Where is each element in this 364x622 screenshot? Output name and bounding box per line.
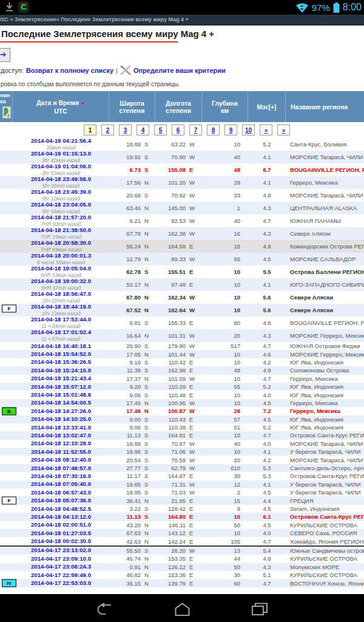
longitude-hemisphere: E — [189, 392, 198, 398]
event-date-link[interactable]: 2014-04-18 15:36:26.5 — [13, 359, 109, 365]
table-row: IV2014-04-17 22:53:03.036.15N139.79E604.… — [0, 579, 364, 587]
magnitude-cell: 6.7 — [248, 166, 286, 173]
event-date-link[interactable]: 2014-04-18 21:38:50.0 — [13, 227, 109, 233]
event-date-link[interactable]: 2014-04-18 01:27:03.5 — [13, 530, 109, 536]
event-date-link[interactable]: 2014-04-18 04:13:12.0 — [13, 514, 109, 520]
event-date-link[interactable]: 2014-04-19 01:15:13.0 — [13, 151, 109, 157]
magnitude-cell: 4.1 — [248, 154, 286, 160]
event-date-link[interactable]: 2014-04-18 17:53:44.0 — [13, 316, 109, 323]
depth-cell: 10 — [202, 268, 248, 275]
event-date-link[interactable]: 2014-04-18 15:07:12.0 — [13, 384, 109, 390]
table-row: 2014-04-18 15:54:52.017.05N101.44W104.6М… — [0, 350, 364, 358]
depth-cell: 26 — [202, 408, 248, 414]
event-date-link[interactable]: 2014-04-18 20:00:01.3 — [13, 253, 109, 259]
event-date-link[interactable]: 2014-04-18 23:45:39.0 — [13, 189, 109, 195]
event-date-link[interactable]: 2014-04-18 04:48:52.5 — [13, 506, 109, 512]
event-date-link[interactable]: 2014-04-19 01:04:06.0 — [13, 163, 109, 169]
back-arrow-button[interactable]: ➜ — [0, 48, 10, 62]
event-date-link[interactable]: 2014-04-17 22:53:03.0 — [13, 580, 109, 586]
event-date-link[interactable]: 2014-04-18 02:00:51.0 — [13, 522, 109, 528]
page-10[interactable]: 10 — [242, 125, 255, 135]
depth-cell: 10 — [202, 432, 248, 439]
event-date-link[interactable]: 2014-04-18 18:56:47.0 — [13, 291, 109, 297]
criteria-link[interactable]: Определите ваши критерии — [133, 67, 226, 74]
event-date-link[interactable]: 2014-04-18 06:57:43.0 — [13, 490, 109, 496]
event-date-link[interactable]: 2014-04-18 17:01:02.4 — [13, 329, 109, 335]
home-icon[interactable] — [174, 603, 190, 616]
header-longitude[interactable]: Долгота степени — [155, 91, 202, 122]
table-row: 2014-04-19 01:15:13.03hr 42мин назад19.9… — [0, 151, 364, 163]
longitude-hemisphere: E — [189, 320, 198, 326]
event-date-link[interactable]: 2014-04-17 23:13:02.0 — [13, 547, 109, 553]
magnitude-cell: 4.7 — [248, 343, 286, 349]
event-date-link[interactable]: 2014-04-17 22:59:49.0 — [13, 572, 109, 578]
back-icon[interactable] — [96, 603, 113, 616]
event-date-link[interactable]: 2014-04-18 18:44:19.0 — [13, 304, 109, 310]
page-next[interactable]: » — [260, 125, 272, 135]
event-date-link[interactable]: 2014-04-18 15:01:48.6 — [13, 392, 109, 398]
event-date-link[interactable]: 2014-04-17 23:09:10.0 — [13, 556, 109, 562]
page-5[interactable]: 5 — [154, 125, 167, 135]
event-date-link[interactable]: 2014-04-19 04:21:56.4 — [13, 138, 109, 144]
page-4[interactable]: 4 — [136, 125, 149, 135]
page-3[interactable]: 3 — [119, 125, 132, 135]
event-date-link[interactable]: 2014-04-18 15:54:52.0 — [13, 351, 109, 357]
full-list-link[interactable]: Возврат к полному списку — [26, 67, 113, 74]
event-date-link[interactable]: 2014-04-18 05:07:36.0 — [13, 497, 109, 504]
longitude-value: 70.90 — [157, 154, 186, 160]
event-date-link[interactable]: 2014-04-18 07:46:57.0 — [13, 465, 109, 471]
header-magnitude[interactable]: Мэг[+] — [248, 91, 286, 122]
depth-cell: 20 — [202, 457, 248, 463]
event-date-link[interactable]: 2014-04-18 20:58:30.0 — [13, 240, 109, 246]
marker-cell — [0, 329, 13, 342]
breadcrumb: MSC » Землетрясение» Последние Землетряс… — [0, 16, 189, 22]
header-date[interactable]: Дата и Время▼ UTC — [13, 91, 109, 122]
page-7[interactable]: 7 — [189, 125, 202, 135]
event-date-link[interactable]: 2014-04-18 21:57:20.0 — [13, 214, 109, 220]
page-8[interactable]: 8 — [207, 125, 220, 135]
event-date-link[interactable]: 2014-04-18 14:27:26.0 — [13, 408, 109, 414]
latitude-hemisphere: N — [144, 332, 153, 339]
event-date-link[interactable]: 2014-04-18 13:02:47.0 — [13, 432, 109, 439]
event-date-link[interactable]: 2014-04-18 07:30:16.0 — [13, 473, 109, 479]
depth-cell: 13 — [202, 547, 248, 554]
event-date-link[interactable]: 2014-04-18 19:05:04.0 — [13, 265, 109, 272]
event-date-link[interactable]: 2014-04-18 08:12:40.0 — [13, 457, 109, 463]
longitude-value: 126.12 — [157, 564, 186, 570]
event-date-link[interactable]: 2014-04-18 13:33:41.0 — [13, 425, 109, 431]
header-latitude[interactable]: Широта степени — [109, 91, 155, 122]
event-date-link[interactable]: 2014-04-18 12:10:28.0 — [13, 440, 109, 446]
event-date-link[interactable]: 2014-04-18 00:02:30.0 — [13, 538, 109, 544]
event-date-link[interactable]: 2014-04-18 11:52:55.0 — [13, 449, 109, 455]
event-date-link[interactable]: 2014-04-18 15:21:43.4 — [13, 375, 109, 381]
longitude-value: 153.36 — [157, 572, 186, 578]
header-depth[interactable]: Глубина км — [202, 91, 248, 122]
event-date-link[interactable]: 2014-04-18 16:40:18.1 — [13, 343, 109, 349]
page-last[interactable]: » — [277, 125, 290, 135]
event-date-link[interactable]: 2014-04-18 19:00:32.0 — [13, 278, 109, 284]
event-date-link[interactable]: 2014-04-18 14:54:00.5 — [13, 400, 109, 406]
latitude-value: 17.56 — [112, 179, 141, 186]
longitude: 126.12E — [155, 564, 202, 570]
header-region[interactable]: Название региона — [286, 91, 364, 122]
longitude-value: 164.81 — [157, 432, 186, 439]
longitude-hemisphere: E — [189, 555, 198, 562]
page-current[interactable]: 1 — [84, 125, 96, 135]
event-date-link[interactable]: 2014-04-18 07:05:40.0 — [13, 481, 109, 487]
latitude: 19.88S — [109, 440, 155, 447]
event-date-link[interactable]: 2014-04-18 23:04:05.0 — [13, 202, 109, 208]
longitude-hemisphere: W — [189, 547, 198, 554]
region-cell: Севере Аляски — [286, 230, 364, 237]
event-date-link[interactable]: 2014-04-17 23:06:24.3 — [13, 564, 109, 570]
page-2[interactable]: 2 — [101, 125, 114, 135]
sort-arrow-icon: ▼ — [81, 101, 85, 106]
event-date-link[interactable]: 2014-04-18 23:49:56.0 — [13, 176, 109, 182]
longitude-value: 87.48 — [157, 281, 186, 288]
latitude: 62.78S — [109, 268, 155, 275]
page-6[interactable]: 6 — [172, 125, 184, 135]
event-date-link[interactable]: 2014-04-18 14:10:25.0 — [13, 416, 109, 422]
magnitude-cell: 5.2 — [248, 383, 286, 390]
page-9[interactable]: 9 — [224, 125, 237, 135]
recents-icon[interactable] — [251, 603, 268, 616]
event-date-link[interactable]: 2014-04-18 15:24:15.0 — [13, 367, 109, 374]
